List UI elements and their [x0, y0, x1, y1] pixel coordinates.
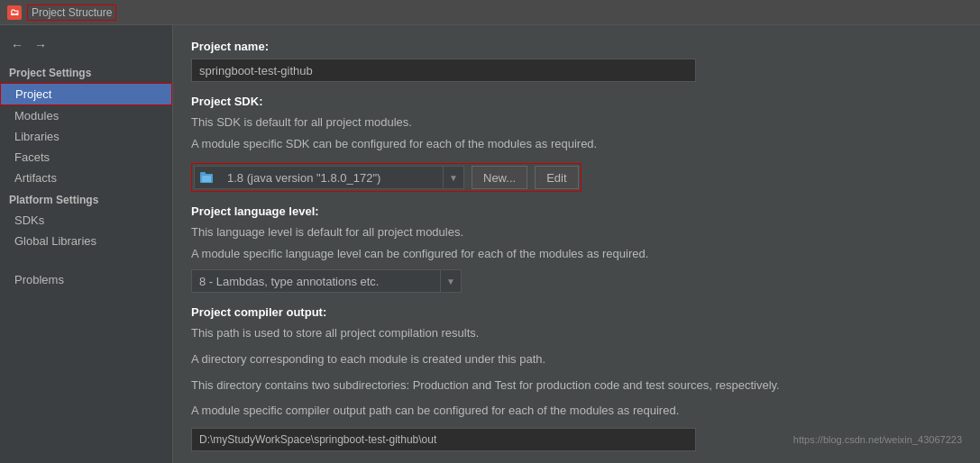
language-level-value: 8 - Lambdas, type annotations etc. [192, 272, 440, 291]
lang-desc2: A module specific language level can be … [191, 245, 962, 263]
project-name-section: Project name: [191, 40, 962, 95]
language-select-wrapper[interactable]: 8 - Lambdas, type annotations etc. ▼ [191, 269, 462, 293]
sidebar: ← → Project Settings Project Modules Lib… [0, 25, 173, 463]
language-dropdown-arrow[interactable]: ▼ [440, 270, 461, 292]
compiler-output-label: Project compiler output: [191, 305, 962, 319]
sdk-desc1: This SDK is default for all project modu… [191, 113, 962, 132]
sidebar-item-label: Modules [14, 109, 59, 123]
sidebar-item-modules[interactable]: Modules [0, 105, 172, 126]
app-icon: 🗂 [7, 5, 22, 20]
main-layout: ← → Project Settings Project Modules Lib… [0, 25, 980, 463]
sidebar-item-label: Libraries [14, 130, 60, 143]
sdk-select-wrapper[interactable]: 1.8 (java version "1.8.0_172") ▼ [194, 166, 464, 189]
sdk-desc2: A module specific SDK can be configured … [191, 135, 962, 153]
project-sdk-label: Project SDK: [191, 95, 962, 108]
language-dropdown-container: 8 - Lambdas, type annotations etc. ▼ [191, 269, 962, 293]
sidebar-item-global-libraries[interactable]: Global Libraries [0, 231, 172, 251]
bottom-row: https://blog.csdn.net/weixin_43067223 [191, 428, 962, 451]
forward-button[interactable]: → [31, 36, 50, 54]
watermark: https://blog.csdn.net/weixin_43067223 [793, 434, 962, 445]
content-area: Project name: Project SDK: This SDK is d… [173, 25, 980, 463]
title-bar: 🗂 Project Structure [0, 0, 980, 25]
compiler-output-section: Project compiler output: This path is us… [191, 305, 962, 451]
sidebar-item-label: Artifacts [14, 171, 57, 185]
sdk-row: 1.8 (java version "1.8.0_172") ▼ New... … [191, 163, 582, 192]
edit-sdk-button[interactable]: Edit [535, 166, 578, 189]
svg-rect-1 [200, 172, 206, 175]
sidebar-item-problems[interactable]: Problems [0, 269, 172, 290]
compiler-desc4: A module specific compiler output path c… [191, 402, 962, 421]
lang-desc1: This language level is default for all p… [191, 223, 962, 241]
sidebar-item-project[interactable]: Project [0, 83, 172, 105]
sdk-dropdown-arrow[interactable]: ▼ [443, 167, 463, 188]
svg-rect-2 [202, 176, 211, 182]
sdk-value: 1.8 (java version "1.8.0_172") [220, 168, 443, 187]
language-level-label: Project language level: [191, 204, 962, 218]
project-settings-header: Project Settings [0, 61, 172, 83]
sidebar-item-artifacts[interactable]: Artifacts [0, 168, 172, 188]
new-sdk-button[interactable]: New... [472, 166, 527, 189]
project-sdk-section: Project SDK: This SDK is default for all… [191, 95, 962, 204]
project-name-input[interactable] [191, 59, 696, 82]
sidebar-item-label: Global Libraries [14, 234, 96, 248]
platform-settings-header: Platform Settings [0, 188, 172, 210]
back-button[interactable]: ← [7, 36, 27, 54]
sidebar-item-label: Problems [14, 273, 64, 286]
sidebar-item-label: Facets [14, 150, 50, 164]
language-level-section: Project language level: This language le… [191, 204, 962, 293]
compiler-output-path-input[interactable] [191, 428, 696, 451]
folder-icon [195, 171, 220, 184]
sidebar-item-label: Project [15, 87, 51, 101]
window-title: Project Structure [27, 5, 116, 21]
sidebar-item-libraries[interactable]: Libraries [0, 126, 172, 147]
project-name-label: Project name: [191, 40, 962, 53]
sidebar-item-label: SDKs [14, 213, 44, 227]
nav-arrows: ← → [0, 32, 172, 61]
compiler-desc1: This path is used to store all project c… [191, 324, 962, 343]
compiler-desc3: This directory contains two subdirectori… [191, 377, 962, 395]
sidebar-item-sdks[interactable]: SDKs [0, 210, 172, 231]
compiler-desc2: A directory corresponding to each module… [191, 350, 962, 369]
sidebar-item-facets[interactable]: Facets [0, 147, 172, 168]
